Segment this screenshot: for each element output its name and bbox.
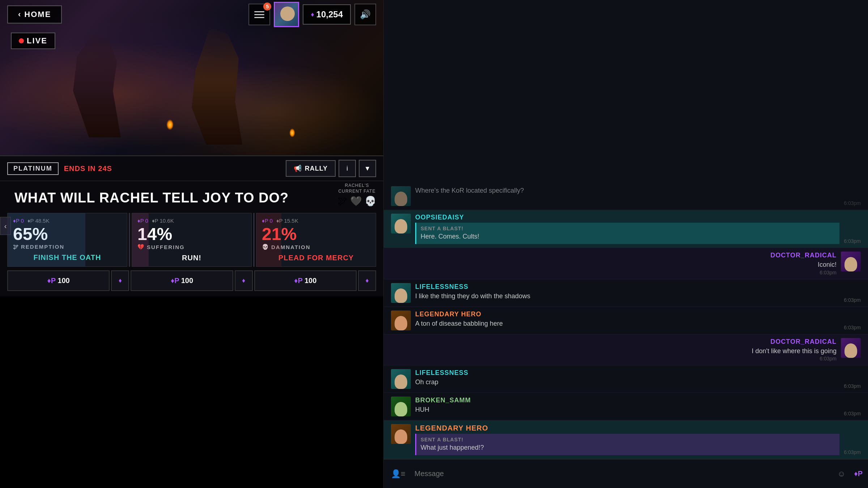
poll-question-area: WHAT WILL RACHEL TELL JOY TO DO? RACHEL'… bbox=[0, 181, 383, 209]
candle-glow2 bbox=[289, 128, 295, 137]
poll-actions: 📢 RALLY i ▼ bbox=[286, 160, 376, 177]
msg-text-7: HUH bbox=[415, 405, 839, 414]
msg-text-6: Oh crap bbox=[415, 378, 839, 387]
msg-avatar-6 bbox=[391, 369, 411, 389]
chat-input-area: 👤≡ ☺ ♦P bbox=[384, 459, 868, 488]
vote-suffering-extra[interactable]: ♦ bbox=[235, 270, 253, 291]
sound-button[interactable]: 🔊 bbox=[354, 4, 376, 25]
msg-username-4: LEGENDARY HERO bbox=[415, 311, 839, 318]
msg-blast-1: SENT A BLAST! bbox=[421, 226, 835, 231]
fate-icon-redemption: 🕊 bbox=[338, 196, 347, 207]
msg-time-4: 6:03pm bbox=[844, 325, 861, 330]
msg-time-3: 6:03pm bbox=[844, 297, 861, 303]
choice-redemption-pct: 65% bbox=[13, 226, 122, 243]
choice-redemption-ip-top: ♦P 0 bbox=[13, 218, 24, 224]
message-input[interactable] bbox=[411, 466, 829, 481]
choice-redemption-meta: ♦P 0 ♦P 48.5K bbox=[13, 218, 122, 224]
msg-content-2: DOCTOR_RADICAL Iconic! 6:03pm bbox=[391, 252, 837, 275]
msg-text-1: Here. Comes. Cults! bbox=[421, 232, 835, 241]
back-arrow-icon: ‹ bbox=[18, 10, 21, 19]
msg-avatar-8 bbox=[391, 424, 411, 444]
chat-message-8: LEGENDARY HERO SENT A BLAST! What just h… bbox=[384, 420, 868, 459]
vote-row: ♦P 100 ♦ ♦P 100 ♦ ♦P 100 ♦ bbox=[0, 270, 383, 296]
blast-box-8: SENT A BLAST! What just happened!? bbox=[415, 434, 839, 455]
chat-message-5: DOCTOR_RADICAL I don't like where this i… bbox=[384, 334, 868, 365]
home-button[interactable]: ‹ HOME bbox=[7, 5, 62, 23]
msg-text-0: Where's the KoR located specifically? bbox=[415, 186, 839, 195]
choice-damnation-action: PLEAD FOR MERCY bbox=[262, 254, 370, 262]
msg-text-4: A ton of disease babbling here bbox=[415, 319, 839, 328]
divider-2 bbox=[253, 213, 255, 267]
divider-1 bbox=[129, 213, 130, 267]
choice-suffering-ip-bottom: ♦P 10.6K bbox=[152, 218, 174, 224]
figure-right bbox=[188, 22, 260, 145]
menu-button[interactable]: 5 bbox=[248, 4, 270, 25]
choice-suffering[interactable]: ♦P 0 ♦P 10.6K 14% 💔 SUFFERING RUN! bbox=[132, 213, 252, 267]
emoji-icon: ☺ bbox=[837, 469, 845, 478]
vote-redemption-button[interactable]: ♦P 100 bbox=[7, 270, 110, 291]
info-button[interactable]: i bbox=[339, 160, 356, 177]
ends-in-timer: ENDS IN 24S bbox=[64, 164, 112, 173]
platinum-badge: PLATINUM bbox=[7, 162, 59, 175]
poll-meta: PLATINUM ENDS IN 24S bbox=[7, 162, 112, 175]
points-display: ♦ 10,254 bbox=[303, 4, 351, 25]
rally-button[interactable]: 📢 RALLY bbox=[286, 160, 336, 177]
nav-arrow-left[interactable]: ‹ bbox=[0, 217, 11, 235]
vote-damnation-extra[interactable]: ♦ bbox=[358, 270, 376, 291]
choice-redemption-type: 🕊 REDEMPTION bbox=[13, 244, 122, 250]
msg-time-2: 6:03pm bbox=[391, 270, 837, 275]
msg-username-3: LIFELESSNESS bbox=[415, 283, 839, 291]
menu-badge: 5 bbox=[263, 3, 271, 10]
chat-message-6: LIFELESSNESS Oh crap 6:03pm bbox=[384, 365, 868, 393]
msg-username-7: BROKEN_SAMM bbox=[415, 397, 839, 404]
choice-damnation-ip-bottom: ♦P 15.5K bbox=[276, 218, 298, 224]
vote-redemption-cost: ♦P 100 bbox=[47, 277, 70, 285]
msg-avatar-0 bbox=[391, 186, 411, 206]
msg-text-2: Iconic! bbox=[391, 260, 837, 269]
candle-glow bbox=[166, 119, 174, 130]
choice-suffering-action: RUN! bbox=[137, 254, 246, 262]
msg-username-2: DOCTOR_RADICAL bbox=[391, 252, 837, 259]
rally-icon: 📢 bbox=[294, 164, 302, 172]
msg-text-8: What just happened!? bbox=[421, 443, 835, 452]
msg-time-8: 6:03pm bbox=[844, 449, 861, 455]
menu-line-1 bbox=[254, 11, 264, 12]
fate-icon-damnation: 💀 bbox=[365, 196, 376, 207]
vote-suffering-button[interactable]: ♦P 100 bbox=[131, 270, 233, 291]
chevron-down-icon: ▼ bbox=[364, 165, 371, 172]
msg-username-5: DOCTOR_RADICAL bbox=[391, 338, 837, 346]
msg-content-3: LIFELESSNESS I like the thing they do wi… bbox=[415, 283, 839, 303]
points-value: 10,254 bbox=[316, 9, 343, 20]
send-ip-button[interactable]: ♦P bbox=[854, 470, 863, 478]
choice-damnation-type: 💀 DAMNATION bbox=[262, 244, 370, 250]
msg-content-4: LEGENDARY HERO A ton of disease babbling… bbox=[415, 311, 839, 330]
top-bar: ‹ HOME 5 ♦ 10,254 🔊 bbox=[0, 0, 383, 29]
msg-avatar-5 bbox=[841, 338, 861, 358]
sound-icon: 🔊 bbox=[360, 9, 371, 20]
user-list-icon: 👤≡ bbox=[391, 469, 405, 479]
live-label: LIVE bbox=[27, 36, 47, 46]
home-label: HOME bbox=[24, 10, 51, 19]
fate-label: RACHEL'SCURRENT FATE bbox=[339, 183, 376, 194]
choice-damnation[interactable]: ♦P 0 ♦P 15.5K 21% 💀 DAMNATION PLEAD FOR … bbox=[256, 213, 376, 267]
msg-username-6: LIFELESSNESS bbox=[415, 369, 839, 377]
user-avatar[interactable] bbox=[274, 2, 299, 27]
emoji-button[interactable]: ☺ bbox=[832, 465, 850, 483]
chat-sidebar: Where's the KoR located specifically? 6:… bbox=[383, 0, 868, 488]
user-menu-button[interactable]: 👤≡ bbox=[389, 465, 407, 483]
redemption-icon: 🕊 bbox=[13, 244, 19, 250]
poll-question: WHAT WILL RACHEL TELL JOY TO DO? bbox=[7, 185, 376, 209]
expand-button[interactable]: ▼ bbox=[359, 160, 376, 177]
msg-text-3: I like the thing they do with the shadow… bbox=[415, 292, 839, 301]
choice-redemption[interactable]: ♦P 0 ♦P 48.5K 65% 🕊 REDEMPTION FINISH TH… bbox=[7, 213, 127, 267]
choices-row: ♦P 0 ♦P 48.5K 65% 🕊 REDEMPTION FINISH TH… bbox=[0, 209, 383, 270]
vote-damnation-button[interactable]: ♦P 100 bbox=[254, 270, 357, 291]
rally-label: RALLY bbox=[305, 165, 328, 172]
msg-avatar-3 bbox=[391, 283, 411, 303]
vote-redemption-extra[interactable]: ♦ bbox=[111, 270, 129, 291]
figure-left bbox=[65, 22, 145, 137]
msg-content-7: BROKEN_SAMM HUH bbox=[415, 397, 839, 416]
msg-time-0: 6:03pm bbox=[844, 200, 861, 206]
live-dot bbox=[19, 38, 24, 43]
msg-content-8: LEGENDARY HERO SENT A BLAST! What just h… bbox=[415, 424, 839, 455]
